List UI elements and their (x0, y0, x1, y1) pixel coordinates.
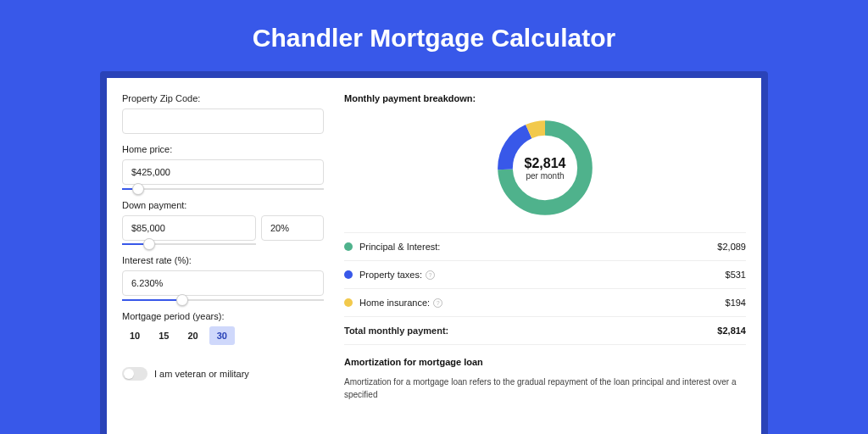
legend-row: Principal & Interest:$2,089 (344, 233, 746, 261)
down-payment-label: Down payment: (122, 200, 324, 210)
down-payment-pct-input[interactable] (261, 215, 324, 241)
legend-total-label: Total monthly payment: (344, 326, 448, 336)
legend-dot (344, 270, 353, 279)
interest-slider[interactable] (122, 299, 324, 301)
period-options: 10152030 (122, 326, 324, 345)
zip-label: Property Zip Code: (122, 93, 324, 103)
down-payment-slider[interactable] (122, 243, 256, 245)
slider-thumb[interactable] (143, 238, 155, 250)
legend-label: Principal & Interest: (359, 242, 440, 252)
interest-input[interactable] (122, 270, 324, 296)
period-button-20[interactable]: 20 (181, 326, 206, 345)
veteran-row: I am veteran or military (122, 367, 324, 381)
home-price-group: Home price: (122, 144, 324, 190)
amortization-title: Amortization for mortgage loan (344, 357, 746, 367)
donut-center: $2,814 per month (492, 115, 598, 220)
results-panel: Monthly payment breakdown: $2,814 per mo… (344, 93, 746, 434)
info-icon[interactable]: ? (433, 298, 442, 308)
page-title: Chandler Mortgage Calculator (0, 0, 868, 71)
donut-wrap: $2,814 per month (344, 110, 746, 232)
inputs-panel: Property Zip Code: Home price: Down paym… (122, 93, 324, 434)
donut-sublabel: per month (526, 171, 564, 181)
legend-dot (344, 298, 353, 307)
period-group: Mortgage period (years): 10152030 (122, 311, 324, 345)
donut-chart: $2,814 per month (492, 115, 598, 220)
zip-input[interactable] (122, 108, 324, 134)
legend-row: Property taxes:?$531 (344, 261, 746, 289)
veteran-toggle[interactable] (122, 367, 147, 381)
card-wrap: Property Zip Code: Home price: Down paym… (100, 71, 768, 434)
amortization-block: Amortization for mortgage loan Amortizat… (344, 357, 746, 401)
slider-thumb[interactable] (132, 183, 144, 195)
period-label: Mortgage period (years): (122, 311, 324, 321)
legend-row: Home insurance:?$194 (344, 289, 746, 317)
slider-thumb[interactable] (176, 294, 188, 306)
legend-total-row: Total monthly payment:$2,814 (344, 317, 746, 345)
legend-dot (344, 242, 353, 251)
amortization-text: Amortization for a mortgage loan refers … (344, 376, 746, 401)
info-icon[interactable]: ? (426, 270, 435, 280)
legend-value: $2,089 (717, 242, 746, 252)
home-price-input[interactable] (122, 159, 324, 185)
interest-label: Interest rate (%): (122, 255, 324, 265)
breakdown-title: Monthly payment breakdown: (344, 93, 746, 103)
period-button-30[interactable]: 30 (209, 326, 235, 345)
legend-value: $194 (726, 298, 746, 308)
home-price-label: Home price: (122, 144, 324, 154)
calculator-card: Property Zip Code: Home price: Down paym… (107, 78, 761, 434)
legend: Principal & Interest:$2,089Property taxe… (344, 232, 746, 345)
legend-label: Property taxes:? (359, 270, 435, 280)
legend-value: $531 (726, 270, 746, 280)
zip-group: Property Zip Code: (122, 93, 324, 134)
legend-total-value: $2,814 (717, 326, 746, 336)
home-price-slider[interactable] (122, 188, 324, 190)
period-button-10[interactable]: 10 (122, 326, 147, 345)
down-payment-input[interactable] (122, 215, 256, 241)
period-button-15[interactable]: 15 (151, 326, 176, 345)
legend-label: Home insurance:? (359, 298, 442, 308)
down-payment-group: Down payment: (122, 200, 324, 245)
veteran-label: I am veteran or military (154, 369, 249, 379)
donut-amount: $2,814 (525, 156, 566, 171)
interest-group: Interest rate (%): (122, 255, 324, 301)
